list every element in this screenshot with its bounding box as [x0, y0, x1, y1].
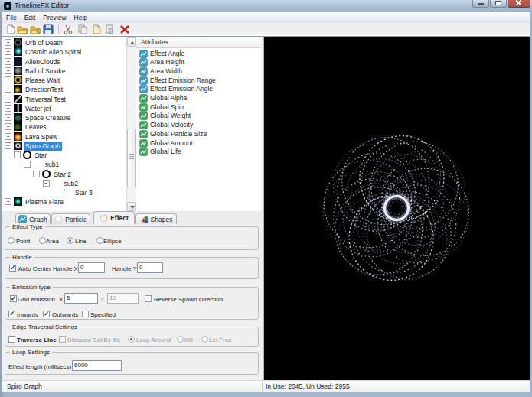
attribute-row-global-weight[interactable]: Global Weight: [136, 111, 261, 120]
tree-item-orb-of-death[interactable]: +Orb of Death: [2, 38, 126, 47]
attribute-row-global-alpha[interactable]: Global Alpha: [136, 93, 261, 103]
expand-toggle[interactable]: +: [5, 76, 11, 83]
tab-particle[interactable]: Particle: [51, 213, 90, 224]
tree-item-star-2[interactable]: −Star 2: [2, 170, 126, 179]
emission-x-input[interactable]: 5: [64, 293, 98, 304]
cut-button[interactable]: [62, 24, 74, 34]
tree-item-cosmic-alien-spiral[interactable]: +Cosmic Alien Spiral: [2, 47, 126, 57]
expand-toggle[interactable]: +: [5, 86, 11, 93]
tree-item-space-creature[interactable]: +Space Creature: [2, 113, 126, 122]
effect-length-input[interactable]: 6000: [72, 360, 122, 371]
attributes-header[interactable]: Attributes: [136, 37, 261, 48]
scroll-down-arrow[interactable]: [127, 202, 136, 211]
loop-around-radio[interactable]: [128, 336, 135, 343]
tab-effect[interactable]: Effect: [93, 211, 135, 224]
import-button[interactable]: [29, 24, 41, 34]
expand-toggle[interactable]: +: [5, 123, 11, 130]
delete-button[interactable]: [119, 24, 131, 34]
tree-item-sub2[interactable]: −sub2: [2, 179, 126, 188]
emission-y-input[interactable]: 10: [107, 293, 139, 304]
tree-item-traversal-test[interactable]: +Traversal Test: [2, 95, 126, 104]
new-icon: [5, 24, 17, 34]
collapse-toggle[interactable]: −: [43, 180, 50, 187]
distance-set-checkbox[interactable]: [59, 336, 66, 343]
tree-item-label: Please Wait: [24, 76, 61, 85]
tree-item-star[interactable]: −Star: [2, 151, 126, 160]
let-free-radio[interactable]: [201, 336, 208, 343]
handle-x-input[interactable]: 0: [78, 262, 105, 273]
attribute-row-global-amount[interactable]: Global Amount: [136, 138, 261, 148]
open-button[interactable]: [16, 24, 28, 34]
radio-line[interactable]: [67, 237, 73, 244]
collapse-toggle[interactable]: −: [33, 171, 40, 177]
tree-item-directiontest[interactable]: +DirectionTest: [2, 85, 126, 94]
tree-scrollbar[interactable]: [126, 37, 136, 211]
collapse-toggle[interactable]: −: [14, 151, 21, 158]
expand-toggle[interactable]: +: [5, 105, 11, 112]
radio-ellipse[interactable]: [96, 237, 103, 244]
save-button[interactable]: [42, 24, 54, 34]
tree-item-star-3[interactable]: Star 3: [2, 188, 126, 197]
kill-radio[interactable]: [177, 336, 184, 343]
menu-help[interactable]: Help: [70, 12, 91, 23]
attribute-row-effect-angle[interactable]: Effect Angle: [136, 49, 261, 58]
tab-shapes[interactable]: Shapes: [135, 213, 177, 224]
tree-item-ball-of-smoke[interactable]: +Ball of Smoke: [2, 67, 126, 76]
traverse-line-checkbox[interactable]: [8, 336, 15, 343]
handle-y-input[interactable]: 0: [137, 262, 163, 273]
close-button[interactable]: [508, 0, 530, 8]
maximize-button[interactable]: [490, 0, 507, 8]
menu-file[interactable]: File: [2, 12, 21, 23]
preview-viewport[interactable]: [263, 37, 530, 380]
clone-button[interactable]: [104, 24, 116, 34]
attribute-row-effect-emission-range[interactable]: Effect Emission Range: [136, 76, 261, 85]
tree-item-spiro-graph[interactable]: −Spiro Graph: [2, 142, 126, 151]
radio-area[interactable]: [39, 237, 46, 244]
effects-tree[interactable]: +Orb of Death+Cosmic Alien Spiral+AlienC…: [2, 37, 126, 211]
attribute-row-global-life[interactable]: Global Life: [136, 147, 261, 156]
expand-toggle[interactable]: +: [5, 67, 11, 74]
expand-toggle[interactable]: +: [5, 48, 11, 55]
scroll-thumb[interactable]: [127, 129, 136, 187]
tree-item-leaves[interactable]: +Leaves: [2, 122, 126, 132]
expand-toggle[interactable]: +: [5, 133, 11, 140]
outwards-checkbox[interactable]: [43, 311, 50, 317]
tree-item-alienclouds[interactable]: +AlienClouds: [2, 57, 126, 67]
tree-item-sub1[interactable]: −sub1: [2, 160, 126, 169]
paste-button[interactable]: [90, 24, 103, 34]
new-button[interactable]: [5, 24, 17, 34]
scroll-up-arrow[interactable]: [127, 37, 136, 47]
expand-toggle[interactable]: +: [5, 96, 11, 103]
tab-graph[interactable]: Graph: [15, 213, 51, 224]
menu-edit[interactable]: Edit: [21, 12, 40, 23]
attribute-row-area-width[interactable]: Area Width: [136, 67, 261, 76]
tree-item-label: Space Creature: [24, 113, 73, 122]
attribute-row-global-particle-size[interactable]: Global Particle Size: [136, 129, 261, 138]
attribute-row-global-spin[interactable]: Global Spin: [136, 103, 261, 112]
attribute-row-effect-emission-angle[interactable]: Effect Emission Angle: [136, 84, 261, 93]
tree-item-lava-spew[interactable]: +Lava Spew: [2, 132, 126, 142]
title-bar[interactable]: TimelineFX Editor: [0, 0, 532, 12]
tree-item-label: Ball of Smoke: [24, 67, 67, 76]
reverse-spawn-checkbox[interactable]: [145, 295, 152, 302]
minimize-button[interactable]: [472, 0, 489, 8]
tree-item-please-wait[interactable]: +Please Wait: [2, 76, 126, 85]
attributes-column-divider[interactable]: [207, 39, 207, 47]
attribute-row-global-velocity[interactable]: Global Velocity: [136, 120, 261, 129]
tree-item-water-jet[interactable]: +Water jet: [2, 104, 126, 113]
collapse-toggle[interactable]: −: [5, 142, 11, 149]
attribute-row-area-height[interactable]: Area Height: [136, 57, 261, 67]
specified-checkbox[interactable]: [82, 311, 89, 317]
auto-center-checkbox[interactable]: [9, 265, 16, 272]
expand-toggle[interactable]: +: [5, 58, 11, 65]
radio-point[interactable]: [8, 237, 15, 244]
expand-toggle[interactable]: +: [5, 114, 11, 121]
expand-toggle[interactable]: +: [5, 198, 11, 205]
tree-item-plasma-flare[interactable]: +Plasma Flare: [2, 197, 126, 207]
copy-button[interactable]: [77, 24, 89, 34]
expand-toggle[interactable]: +: [5, 39, 11, 46]
collapse-toggle[interactable]: −: [24, 161, 31, 168]
menu-preview[interactable]: Preview: [39, 12, 70, 23]
inwards-checkbox[interactable]: [8, 311, 15, 317]
grid-emission-checkbox[interactable]: [10, 295, 17, 302]
